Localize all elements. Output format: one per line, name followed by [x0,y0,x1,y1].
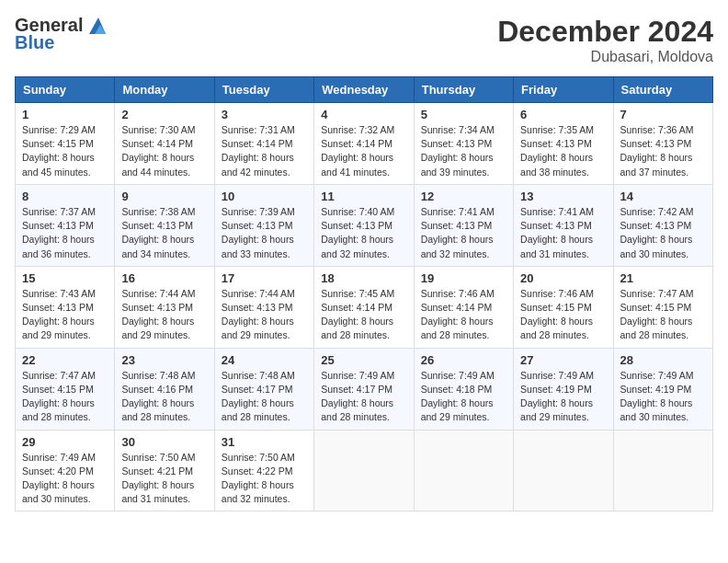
day-number: 29 [22,435,108,449]
day-number: 26 [421,353,506,367]
day-info: Sunrise: 7:48 AMSunset: 4:16 PMDaylight:… [121,370,195,423]
day-number: 23 [121,353,207,367]
calendar-cell: 24Sunrise: 7:48 AMSunset: 4:17 PMDayligh… [214,348,313,430]
day-number: 25 [321,353,406,367]
calendar-cell: 5Sunrise: 7:34 AMSunset: 4:13 PMDaylight… [414,103,513,185]
day-info: Sunrise: 7:46 AMSunset: 4:15 PMDaylight:… [520,288,594,341]
day-info: Sunrise: 7:49 AMSunset: 4:20 PMDaylight:… [22,452,96,505]
day-number: 17 [222,271,307,285]
day-info: Sunrise: 7:48 AMSunset: 4:17 PMDaylight:… [222,370,295,423]
day-info: Sunrise: 7:49 AMSunset: 4:19 PMDaylight:… [520,370,594,423]
calendar-cell: 31Sunrise: 7:50 AMSunset: 4:22 PMDayligh… [214,430,313,511]
day-number: 22 [22,353,108,367]
col-thursday: Thursday [414,77,513,103]
day-number: 16 [121,271,207,285]
day-number: 2 [121,108,207,121]
col-sunday: Sunday [16,77,115,103]
day-info: Sunrise: 7:34 AMSunset: 4:13 PMDaylight:… [421,124,495,178]
calendar-cell [314,430,414,511]
day-number: 30 [121,435,207,449]
calendar-cell: 22Sunrise: 7:47 AMSunset: 4:15 PMDayligh… [16,348,115,430]
day-number: 27 [520,353,606,367]
day-info: Sunrise: 7:37 AMSunset: 4:13 PMDaylight:… [22,206,96,259]
day-info: Sunrise: 7:44 AMSunset: 4:13 PMDaylight:… [222,288,295,341]
day-info: Sunrise: 7:39 AMSunset: 4:13 PMDaylight:… [222,206,295,259]
calendar-cell: 1Sunrise: 7:29 AMSunset: 4:15 PMDaylight… [16,103,115,185]
day-info: Sunrise: 7:31 AMSunset: 4:14 PMDaylight:… [222,124,295,178]
day-info: Sunrise: 7:46 AMSunset: 4:14 PMDaylight:… [421,288,495,341]
logo: General Blue [15,15,107,53]
calendar-cell: 27Sunrise: 7:49 AMSunset: 4:19 PMDayligh… [514,348,613,430]
day-info: Sunrise: 7:49 AMSunset: 4:19 PMDaylight:… [620,370,694,423]
calendar-cell: 9Sunrise: 7:38 AMSunset: 4:13 PMDaylight… [115,184,214,266]
calendar-week-row: 8Sunrise: 7:37 AMSunset: 4:13 PMDaylight… [16,184,713,266]
calendar-cell: 16Sunrise: 7:44 AMSunset: 4:13 PMDayligh… [115,266,214,348]
day-number: 10 [222,190,307,203]
day-number: 31 [222,435,307,449]
calendar-cell: 11Sunrise: 7:40 AMSunset: 4:13 PMDayligh… [314,184,414,266]
location-title: Dubasari, Moldova [497,49,713,65]
day-number: 24 [222,353,307,367]
day-info: Sunrise: 7:41 AMSunset: 4:13 PMDaylight:… [421,206,495,259]
day-number: 6 [520,108,606,121]
day-info: Sunrise: 7:49 AMSunset: 4:17 PMDaylight:… [321,370,394,423]
day-info: Sunrise: 7:29 AMSunset: 4:15 PMDaylight:… [22,124,96,178]
calendar-week-row: 29Sunrise: 7:49 AMSunset: 4:20 PMDayligh… [16,430,713,511]
calendar-week-row: 15Sunrise: 7:43 AMSunset: 4:13 PMDayligh… [16,266,713,348]
calendar-cell: 7Sunrise: 7:36 AMSunset: 4:13 PMDaylight… [613,103,712,185]
title-block: December 2024 Dubasari, Moldova [497,15,713,65]
calendar-cell: 20Sunrise: 7:46 AMSunset: 4:15 PMDayligh… [514,266,613,348]
day-info: Sunrise: 7:30 AMSunset: 4:14 PMDaylight:… [121,124,195,178]
calendar-cell: 17Sunrise: 7:44 AMSunset: 4:13 PMDayligh… [214,266,313,348]
logo-icon [85,17,106,34]
col-tuesday: Tuesday [214,77,313,103]
calendar-cell [613,430,712,511]
day-number: 5 [421,108,506,121]
calendar-cell: 29Sunrise: 7:49 AMSunset: 4:20 PMDayligh… [16,430,115,511]
logo-blue: Blue [15,32,54,53]
col-saturday: Saturday [613,77,712,103]
calendar-week-row: 1Sunrise: 7:29 AMSunset: 4:15 PMDaylight… [16,103,713,185]
calendar-cell: 2Sunrise: 7:30 AMSunset: 4:14 PMDaylight… [115,103,214,185]
day-info: Sunrise: 7:50 AMSunset: 4:21 PMDaylight:… [121,452,195,505]
day-number: 12 [421,190,506,203]
day-info: Sunrise: 7:41 AMSunset: 4:13 PMDaylight:… [520,206,594,259]
calendar-cell: 18Sunrise: 7:45 AMSunset: 4:14 PMDayligh… [314,266,414,348]
day-info: Sunrise: 7:45 AMSunset: 4:14 PMDaylight:… [321,288,394,341]
day-info: Sunrise: 7:44 AMSunset: 4:13 PMDaylight:… [121,288,195,341]
day-number: 15 [22,271,108,285]
calendar-cell: 15Sunrise: 7:43 AMSunset: 4:13 PMDayligh… [16,266,115,348]
col-wednesday: Wednesday [314,77,414,103]
day-info: Sunrise: 7:42 AMSunset: 4:13 PMDaylight:… [620,206,694,259]
day-number: 19 [421,271,506,285]
month-title: December 2024 [497,15,713,49]
calendar-cell: 28Sunrise: 7:49 AMSunset: 4:19 PMDayligh… [613,348,712,430]
calendar-cell: 13Sunrise: 7:41 AMSunset: 4:13 PMDayligh… [514,184,613,266]
calendar-cell: 19Sunrise: 7:46 AMSunset: 4:14 PMDayligh… [414,266,513,348]
calendar-cell: 26Sunrise: 7:49 AMSunset: 4:18 PMDayligh… [414,348,513,430]
col-friday: Friday [514,77,613,103]
calendar-cell: 25Sunrise: 7:49 AMSunset: 4:17 PMDayligh… [314,348,414,430]
day-info: Sunrise: 7:36 AMSunset: 4:13 PMDaylight:… [620,124,694,178]
calendar-table: Sunday Monday Tuesday Wednesday Thursday… [15,76,713,511]
day-number: 11 [321,190,406,203]
calendar-cell: 30Sunrise: 7:50 AMSunset: 4:21 PMDayligh… [115,430,214,511]
calendar-cell: 3Sunrise: 7:31 AMSunset: 4:14 PMDaylight… [214,103,313,185]
calendar-cell [514,430,613,511]
day-info: Sunrise: 7:32 AMSunset: 4:14 PMDaylight:… [321,124,394,178]
day-number: 4 [321,108,406,121]
calendar-cell: 14Sunrise: 7:42 AMSunset: 4:13 PMDayligh… [613,184,712,266]
calendar-cell: 6Sunrise: 7:35 AMSunset: 4:13 PMDaylight… [514,103,613,185]
day-info: Sunrise: 7:43 AMSunset: 4:13 PMDaylight:… [22,288,96,341]
day-number: 14 [620,190,706,203]
day-number: 8 [22,190,108,203]
day-number: 1 [22,108,108,121]
calendar-cell: 12Sunrise: 7:41 AMSunset: 4:13 PMDayligh… [414,184,513,266]
calendar-cell: 10Sunrise: 7:39 AMSunset: 4:13 PMDayligh… [214,184,313,266]
day-info: Sunrise: 7:47 AMSunset: 4:15 PMDaylight:… [22,370,96,423]
calendar-header-row: Sunday Monday Tuesday Wednesday Thursday… [16,77,713,103]
day-number: 21 [620,271,706,285]
day-number: 18 [321,271,406,285]
day-number: 20 [520,271,606,285]
day-info: Sunrise: 7:40 AMSunset: 4:13 PMDaylight:… [321,206,394,259]
